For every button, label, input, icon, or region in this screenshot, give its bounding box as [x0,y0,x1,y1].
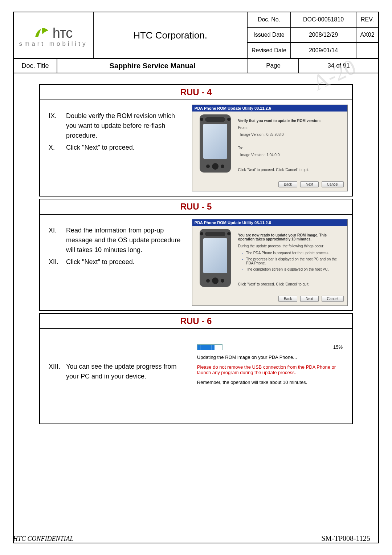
logo-cell: hтc smart mobility [14,12,94,58]
progress-warning: Please do not remove the USB connection … [197,364,343,375]
ruu5-steps: XI.Read the information from pop-up mess… [40,215,190,310]
content-area: A-20 RUU - 4 IX.Double verify the ROM re… [14,73,378,430]
dlg-head: You are now ready to update your ROM ima… [238,233,343,241]
page-frame: hтc smart mobility HTC Corporation. Doc.… [13,12,379,543]
dlg-sub: During the update process, the following… [238,244,343,248]
ruu6-steps: XIII.You can see the update progress fro… [40,329,190,424]
bullet: The progress bar is displayed on the hos… [242,257,343,265]
ruu4-title: RUU - 4 [40,85,352,100]
issued-value: 2008/12/29 [291,28,356,42]
corp-name: HTC Corporation. [94,12,248,58]
bullet: The completion screen is displayed on th… [242,267,343,271]
doc-code-footer: SM-TP008-1125 [321,534,370,543]
dlg-hint: Click 'Next' to proceed. Click 'Cancel' … [238,282,343,286]
step-num: XIII. [49,362,66,381]
next-button[interactable]: Next [300,296,319,302]
page-label: Page [248,59,299,73]
ruu5-title: RUU - 5 [40,199,352,215]
to-value: Image Version : 1.04.0.0 [238,153,343,157]
doc-title-value: Sapphire Service Manual [57,59,248,73]
ruu5-dialog: PDA Phone ROM Update Utility 03.11.2.6 Y… [192,219,348,306]
step-num: XII. [49,257,66,267]
back-button[interactable]: Back [278,181,297,187]
back-button[interactable]: Back [278,296,297,302]
revised-value: 2009/01/14 [291,43,356,58]
rev-label: REV. [356,12,378,27]
rev-value: AX02 [356,28,378,42]
from-value: Image Version : 0.83.708.0 [238,133,343,137]
step-text: Double verify the ROM revision which you… [66,111,183,141]
step-text: Click "Next" to proceed. [66,257,183,267]
section-ruu5: RUU - 5 XI.Read the information from pop… [39,199,353,311]
page-value: 34 of 91 [299,59,378,73]
cancel-button[interactable]: Cancel [322,181,344,187]
cancel-button[interactable]: Cancel [322,296,344,302]
dlg-hint: Click 'Next' to proceed. Click 'Cancel' … [238,168,343,172]
step-text: Click "Next" to proceed. [66,143,183,153]
revised-label: Revised Date [248,43,291,58]
docno-label: Doc. No. [248,12,291,27]
ruu4-dialog: PDA Phone ROM Update Utility 03.11.2.6 V… [192,105,348,191]
progress-bar [197,344,222,350]
section-ruu4: RUU - 4 IX.Double verify the ROM revisio… [39,84,353,197]
ruu6-title: RUU - 6 [40,314,352,329]
step-num: X. [49,143,66,153]
progress-panel: 15% Updating the ROM image on your PDA P… [192,333,348,394]
step-text: Read the information from pop-up message… [66,226,183,255]
pda-icon [200,229,231,287]
doc-title-label: Doc. Title [14,59,57,73]
to-label: To: [238,146,343,150]
logo-brand: hтc [53,25,73,41]
meta-grid: Doc. No. DOC-00051810 REV. Issued Date 2… [248,12,378,58]
header-table: hтc smart mobility HTC Corporation. Doc.… [14,12,378,59]
progress-line2: Remember, the operation will take about … [197,380,343,385]
step-num: IX. [49,111,66,141]
dlg-head: Verify that you want to update the ROM v… [238,119,343,123]
next-button[interactable]: Next [300,181,319,187]
step-num: XI. [49,226,66,255]
title-row: Doc. Title Sapphire Service Manual Page … [14,59,378,73]
dialog-title: PDA Phone ROM Update Utility 03.11.2.6 [192,219,347,226]
dialog-title: PDA Phone ROM Update Utility 03.11.2.6 [192,105,347,112]
htc-logo-icon [34,27,51,39]
issued-label: Issued Date [248,28,291,42]
step-text: You can see the update progress from you… [66,362,183,381]
pda-icon [200,114,231,173]
from-label: From: [238,126,343,130]
logo-tagline: smart mobility [19,40,88,48]
confidential-footer: HTC CONFIDENTIAL [13,535,74,543]
bullet: The PDA Phone is prepared for the update… [242,251,343,255]
ruu4-steps: IX.Double verify the ROM revision which … [40,100,190,196]
progress-line1: Updating the ROM image on your PDA Phone… [197,355,343,360]
progress-percent: 15% [333,344,343,350]
section-ruu6: RUU - 6 XIII.You can see the update prog… [39,313,353,424]
docno-value: DOC-00051810 [291,12,356,27]
